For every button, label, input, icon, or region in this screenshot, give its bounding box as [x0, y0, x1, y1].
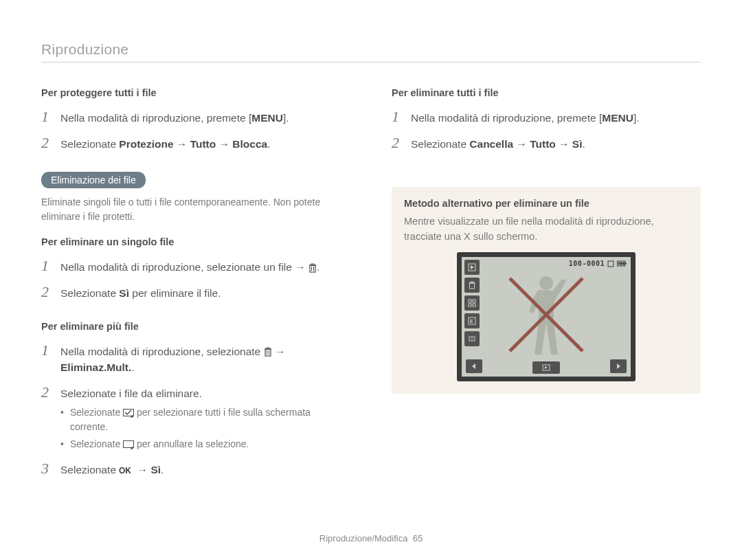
text: Selezionate: [70, 438, 123, 449]
svg-marker-37: [472, 363, 475, 369]
svg-text:E: E: [470, 319, 473, 324]
page-footer: Riproduzione/Modifica 65: [0, 533, 742, 544]
step-number: 2: [41, 134, 60, 152]
delete-all-heading: Per eliminare tutti i file: [392, 87, 701, 98]
step-text: Selezionate i file da eliminare.: [60, 383, 202, 401]
text: Selezionate: [60, 287, 119, 299]
step-number: 2: [392, 134, 411, 152]
ok-icon: OK: [119, 467, 134, 475]
multi-delete-label: Eliminaz.Mult.: [60, 361, 131, 373]
bullet-dot: •: [60, 437, 70, 451]
delete-files-description: Eliminate singoli file o tutti i file co…: [41, 195, 350, 224]
step-text: Selezionate Sì per eliminare il file.: [60, 283, 221, 301]
yes-label: Sì: [150, 464, 161, 475]
text: Nella modalità di riproduzione, premete …: [411, 112, 602, 124]
delete-all-step-1: 1 Nella modalità di riproduzione, premet…: [392, 108, 701, 126]
camera-screen: 100-0001 E: [457, 252, 636, 381]
menu-label: MENU: [251, 112, 283, 124]
step-text: Nella modalità di riproduzione, selezion…: [60, 341, 285, 376]
delete-files-section: Eliminazione dei file Eliminate singoli …: [41, 172, 350, 224]
footer-section: Riproduzione/Modifica: [319, 533, 408, 544]
svg-rect-18: [625, 262, 627, 265]
page-title: Riproduzione: [41, 41, 701, 63]
text: Nella modalità di riproduzione, premete …: [60, 112, 251, 124]
step-number: 1: [41, 341, 60, 359]
slideshow-icon[interactable]: [464, 331, 480, 346]
svg-rect-25: [473, 300, 475, 302]
svg-rect-26: [469, 304, 471, 306]
step-number: 2: [41, 283, 60, 301]
delete-single-step-2: 2 Selezionate Sì per eliminare il file.: [41, 283, 350, 301]
svg-rect-5: [265, 349, 271, 356]
text: ].: [633, 112, 640, 124]
select-all-icon: [123, 409, 134, 418]
svg-rect-4: [311, 264, 314, 265]
text: .: [583, 138, 585, 150]
grid-icon[interactable]: [464, 295, 480, 311]
deselect-icon: [123, 440, 134, 449]
text: →: [134, 464, 150, 475]
play-icon[interactable]: [464, 260, 480, 275]
trash-icon[interactable]: [464, 278, 480, 293]
svg-rect-0: [310, 265, 315, 272]
alternative-method-box: Metodo alternativo per eliminare un file…: [392, 187, 701, 394]
text: Selezionate: [70, 407, 123, 418]
edit-icon[interactable]: E: [464, 313, 480, 328]
alt-method-text: Mentre visualizzate un file nella modali…: [404, 214, 688, 245]
svg-rect-15: [618, 262, 620, 265]
text: Nella modalità di riproduzione, selezion…: [60, 261, 308, 273]
bullet-dot: •: [60, 405, 70, 434]
svg-rect-17: [622, 262, 625, 265]
svg-marker-20: [471, 265, 474, 269]
trash-icon: [264, 347, 272, 357]
trash-icon: [308, 263, 317, 273]
bullet-item: • Selezionate per selezionare tutti i fi…: [60, 405, 350, 434]
next-button[interactable]: [610, 359, 627, 373]
alt-method-heading: Metodo alternativo per eliminare un file: [404, 198, 688, 209]
content-columns: Per proteggere tutti i file 1 Nella moda…: [41, 87, 701, 486]
text: Selezionate: [60, 464, 119, 475]
right-column: Per eliminare tutti i file 1 Nella modal…: [392, 87, 701, 486]
step-text: Nella modalità di riproduzione, premete …: [60, 108, 289, 126]
bullets: • Selezionate per selezionare tutti i fi…: [60, 405, 350, 451]
delete-multi-heading: Per eliminare più file: [41, 321, 350, 332]
delete-all-step-2: 2 Selezionate Cancella → Tutto → Sì.: [392, 134, 701, 152]
step-number: 2: [41, 383, 60, 401]
delete-multi-step-2: 2 Selezionate i file da eliminare.: [41, 383, 350, 401]
delete-single-heading: Per eliminare un singolo file: [41, 236, 350, 247]
svg-marker-39: [545, 366, 548, 369]
prev-button[interactable]: [466, 359, 482, 373]
step-number: 3: [41, 460, 60, 478]
svg-rect-21: [470, 283, 475, 289]
text: per eliminare il file.: [129, 287, 221, 299]
file-number: 100-0001: [569, 260, 605, 267]
left-column: Per proteggere tutti i file 1 Nella moda…: [41, 87, 350, 486]
step-number: 1: [392, 108, 411, 126]
delete-files-pill: Eliminazione dei file: [41, 172, 146, 188]
step-text: Selezionate Cancella → Tutto → Sì.: [411, 134, 585, 152]
step-text: Selezionate Protezione → Tutto → Blocca.: [60, 134, 271, 152]
text: per annullare la selezione.: [134, 438, 249, 449]
svg-rect-24: [469, 300, 471, 302]
svg-rect-13: [608, 261, 614, 267]
screen-topbar: 100-0001: [569, 260, 627, 267]
yes-label: Sì: [119, 287, 129, 299]
camera-screen-inner: 100-0001 E: [462, 257, 631, 377]
x-gesture: [502, 270, 591, 359]
text: .: [161, 464, 164, 475]
home-button[interactable]: [532, 361, 560, 374]
delete-single-step-1: 1 Nella modalità di riproduzione, selezi…: [41, 257, 350, 275]
text: Selezionate: [60, 138, 119, 150]
step-number: 1: [41, 257, 60, 275]
svg-rect-9: [267, 348, 269, 349]
step-number: 1: [41, 108, 60, 126]
text: →: [272, 346, 286, 357]
text: Nella modalità di riproduzione, selezion…: [60, 346, 264, 357]
page-number: 65: [413, 533, 423, 544]
svg-text:OK: OK: [119, 467, 131, 475]
protect-all-heading: Per proteggere tutti i file: [41, 87, 350, 98]
protect-step-2: 2 Selezionate Protezione → Tutto → Blocc…: [41, 134, 350, 152]
path-label: Protezione → Tutto → Blocca: [119, 138, 267, 150]
screen-sidebar: E: [464, 260, 480, 346]
path-label: Cancella → Tutto → Sì: [469, 138, 582, 150]
